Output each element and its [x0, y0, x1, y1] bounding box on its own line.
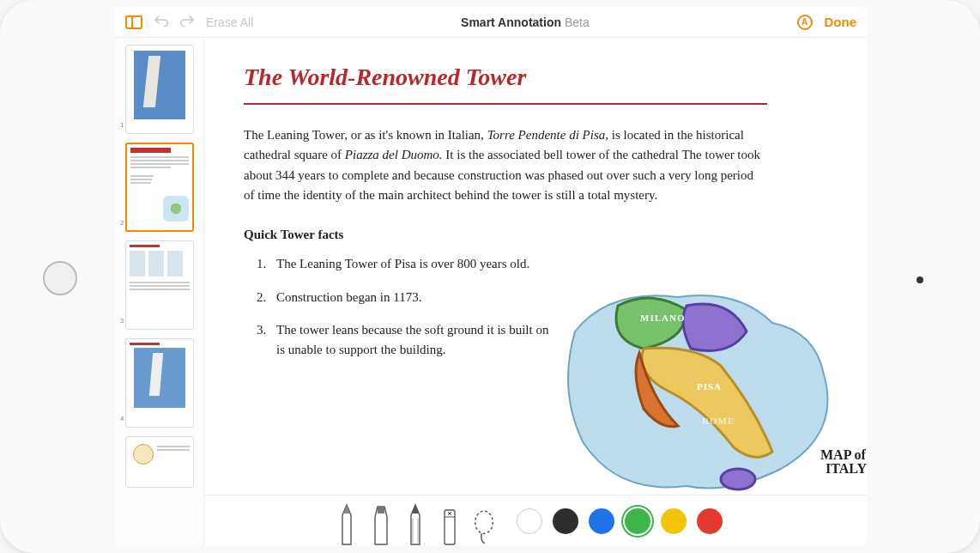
- color-swatch[interactable]: [589, 508, 614, 534]
- marker-tool-icon[interactable]: [369, 501, 393, 546]
- document-page[interactable]: The World-Renowned Tower The Leaning Tow…: [204, 38, 867, 546]
- lasso-tool-icon[interactable]: [472, 501, 496, 546]
- tablet-frame: Erase All Smart Annotation Beta A Done 1: [0, 0, 980, 553]
- list-item: The tower leans because the soft ground …: [269, 320, 553, 359]
- pencil-tool-icon[interactable]: [403, 501, 427, 546]
- color-swatch[interactable]: [661, 508, 687, 534]
- pen-tool-icon[interactable]: [335, 501, 359, 546]
- section-heading: Quick Tower facts: [244, 228, 867, 242]
- page-thumbnail-rail[interactable]: 1 2: [115, 38, 204, 546]
- app-screen: Erase All Smart Annotation Beta A Done 1: [115, 7, 867, 546]
- title-rule: [244, 103, 767, 105]
- page-thumbnail[interactable]: [125, 436, 194, 488]
- body-paragraph: The Leaning Tower, or as it's known in I…: [244, 125, 767, 205]
- list-item: Construction began in 1173.: [269, 288, 553, 307]
- svg-point-0: [721, 469, 755, 489]
- eraser-tool-icon[interactable]: [438, 501, 462, 546]
- sidebar-toggle-icon[interactable]: [125, 15, 142, 29]
- color-swatch[interactable]: [553, 508, 578, 534]
- page-title: The World-Renowned Tower: [244, 64, 867, 91]
- home-button[interactable]: [43, 261, 77, 295]
- color-swatch[interactable]: [517, 508, 542, 534]
- toolbar: Erase All Smart Annotation Beta A Done: [115, 7, 867, 38]
- italy-map-illustration: MILANO PISA ROME MAP of ITALY: [558, 271, 867, 495]
- content-area: 1 2: [115, 38, 867, 546]
- svg-point-8: [475, 511, 493, 533]
- title-strong: Smart Annotation: [461, 15, 561, 29]
- list-item: The Leaning Tower of Pisa is over 800 ye…: [269, 254, 553, 274]
- annotation-toolbar: [204, 495, 867, 546]
- camera-dot: [916, 276, 923, 283]
- undo-icon[interactable]: [154, 15, 168, 29]
- toolbar-left: Erase All: [125, 15, 253, 29]
- page-thumbnail[interactable]: [125, 143, 194, 232]
- title-suffix: Beta: [565, 15, 590, 29]
- color-swatch[interactable]: [697, 508, 723, 534]
- page-thumbnail[interactable]: [125, 338, 194, 428]
- page-thumbnail[interactable]: [125, 240, 194, 330]
- map-label-milano: MILANO: [640, 313, 685, 323]
- toolbar-right: A Done: [797, 15, 857, 30]
- redo-icon[interactable]: [180, 15, 194, 29]
- svg-rect-1: [378, 507, 384, 514]
- color-swatches: [517, 508, 723, 546]
- toolbar-title: Smart Annotation Beta: [253, 15, 796, 29]
- map-label-rome: ROME: [702, 416, 735, 426]
- done-button[interactable]: Done: [825, 15, 857, 29]
- map-legend: MAP of ITALY: [820, 448, 867, 476]
- erase-all-button[interactable]: Erase All: [206, 15, 253, 29]
- annotation-mode-icon[interactable]: A: [797, 15, 813, 30]
- color-swatch[interactable]: [625, 508, 650, 534]
- facts-list: The Leaning Tower of Pisa is over 800 ye…: [244, 254, 553, 359]
- page-thumbnail[interactable]: [125, 45, 194, 134]
- map-label-pisa: PISA: [697, 381, 722, 392]
- svg-rect-4: [445, 510, 455, 544]
